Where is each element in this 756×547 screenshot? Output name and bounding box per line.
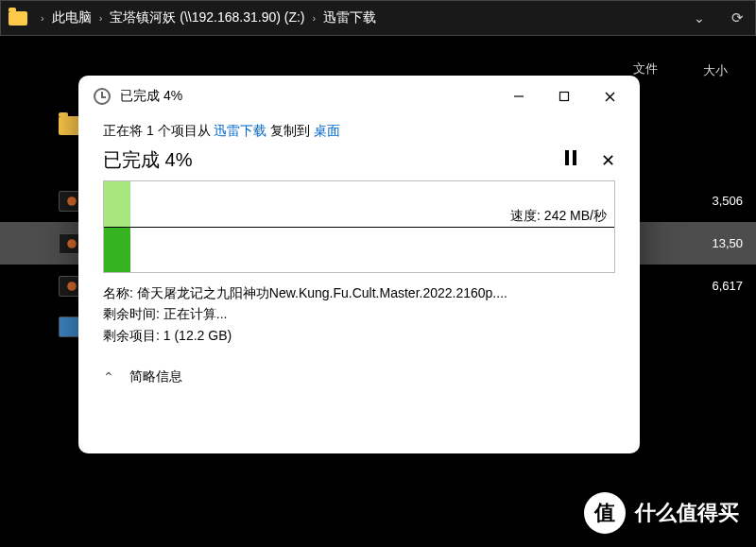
chevron-up-icon: ⌃ [103, 369, 114, 385]
cancel-button[interactable]: ✕ [601, 150, 615, 171]
transfer-speed-chart: 速度: 242 MB/秒 [103, 180, 615, 273]
breadcrumb-item[interactable]: 此电脑 [52, 9, 92, 26]
svg-point-2 [67, 282, 77, 291]
copy-description: 正在将 1 个项目从 迅雷下载 复制到 桌面 [103, 123, 615, 140]
toggle-details-button[interactable]: ⌃ 简略信息 [103, 368, 615, 385]
source-link[interactable]: 迅雷下载 [214, 123, 266, 138]
maximize-button[interactable] [543, 82, 585, 111]
progress-title: 已完成 4% [103, 147, 192, 173]
watermark-badge-icon: 值 [584, 492, 626, 534]
time-remaining-row: 剩余时间: 正在计算... [103, 303, 615, 324]
destination-link[interactable]: 桌面 [314, 123, 340, 138]
chevron-right-icon: › [41, 12, 44, 24]
watermark: 值 什么值得买 [584, 492, 739, 534]
close-button[interactable] [589, 82, 630, 111]
svg-point-1 [67, 239, 77, 248]
svg-point-0 [67, 197, 77, 206]
items-remaining-row: 剩余项目: 1 (12.2 GB) [103, 325, 615, 346]
breadcrumb: › 此电脑 › 宝塔镇河妖 (\\192.168.31.90) (Z:) › 迅… [0, 0, 756, 36]
refresh-icon[interactable]: ⟳ [731, 9, 744, 26]
speed-label: 速度: 242 MB/秒 [510, 208, 607, 225]
chevron-down-icon[interactable]: ⌄ [694, 10, 705, 26]
copy-progress-dialog: 已完成 4% 正在将 1 个项目从 迅雷下载 复制到 桌面 已完成 4% ✕ 速… [78, 76, 640, 453]
clock-icon [94, 88, 111, 105]
dialog-title: 已完成 4% [120, 88, 182, 105]
file-name-row: 名称: 倚天屠龙记之九阳神功New.Kung.Fu.Cult.Master.20… [103, 282, 615, 303]
chevron-right-icon: › [313, 12, 317, 24]
svg-rect-4 [560, 93, 569, 101]
breadcrumb-item[interactable]: 迅雷下载 [323, 9, 376, 26]
file-size: 3,506 [712, 194, 743, 208]
minimize-button[interactable] [498, 82, 540, 111]
pause-button[interactable] [565, 150, 576, 170]
chevron-right-icon: › [99, 12, 103, 24]
folder-icon [9, 11, 27, 26]
breadcrumb-item[interactable]: 宝塔镇河妖 (\\192.168.31.90) (Z:) [110, 9, 304, 26]
file-size: 13,50 [712, 236, 743, 250]
file-size: 6,617 [712, 279, 743, 293]
watermark-text: 什么值得买 [635, 499, 739, 527]
